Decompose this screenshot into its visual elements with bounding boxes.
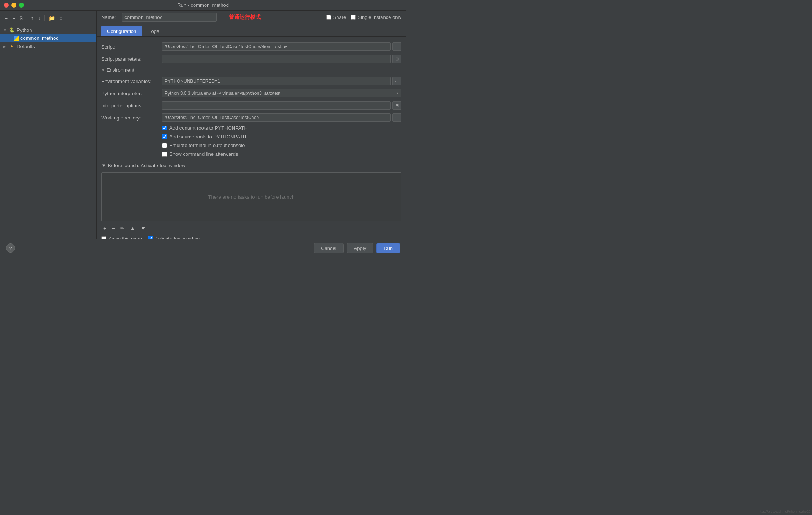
env-vars-row: Environment variables: ···: [97, 75, 406, 87]
annotation-chinese: 普通运行模式: [229, 14, 261, 20]
before-launch-header[interactable]: ▼ Before launch: Activate tool window: [97, 160, 406, 171]
show-page-label[interactable]: Show this page: [108, 236, 142, 239]
add-source-roots-row: Add source roots to PYTHONPATH: [97, 132, 406, 141]
window-title: Run - common_method: [177, 2, 229, 8]
toolbar-separator-2: [44, 15, 45, 21]
show-command-line-label[interactable]: Show command line afterwards: [169, 151, 238, 157]
share-label[interactable]: Share: [333, 14, 346, 20]
environment-section-header[interactable]: ▼ Environment: [97, 65, 406, 75]
script-params-browse-button[interactable]: ⊞: [392, 55, 401, 63]
share-checkbox[interactable]: [326, 15, 331, 20]
header-spacer: 普通运行模式: [221, 14, 321, 21]
interpreter-options-row: Interpreter options: ⊞: [97, 99, 406, 111]
launch-move-up-button[interactable]: ▲: [128, 225, 137, 232]
launch-edit-button[interactable]: ✏: [118, 225, 126, 232]
working-directory-browse-button[interactable]: ···: [392, 113, 401, 122]
activate-tool-label[interactable]: Activate tool window: [155, 236, 200, 239]
title-bar: Run - common_method: [0, 0, 406, 11]
tree-item-python-group[interactable]: ▼ 🐍 Python: [0, 26, 96, 34]
single-instance-label[interactable]: Single instance only: [357, 14, 401, 20]
python-interpreter-value: Python 3.6.3 virtualenv at ~/.virtualenv…: [162, 89, 401, 97]
script-params-row: Script parameters: ⊞: [97, 53, 406, 65]
share-checkbox-group: Share: [326, 14, 346, 20]
working-directory-value: ···: [162, 113, 401, 122]
emulate-terminal-checkbox[interactable]: [162, 143, 167, 148]
script-label: Script:: [101, 44, 162, 50]
script-row: Script: ···: [97, 41, 406, 53]
env-vars-browse-button[interactable]: ···: [392, 77, 401, 85]
interpreter-options-value: ⊞: [162, 101, 401, 110]
python-group-arrow: ▼: [3, 28, 8, 32]
launch-move-down-button[interactable]: ▼: [138, 225, 148, 232]
single-instance-checkbox-group: Single instance only: [351, 14, 401, 20]
python-interpreter-label: Python interpreter:: [101, 91, 162, 96]
show-page-group: Show this page: [101, 236, 142, 239]
before-launch-arrow-icon: ▼: [101, 163, 106, 168]
name-label: Name:: [101, 14, 116, 20]
bottom-options: Show this page Activate tool window: [97, 234, 406, 239]
remove-config-button[interactable]: −: [11, 14, 17, 22]
apply-button[interactable]: Apply: [347, 243, 374, 253]
before-launch-section: ▼ Before launch: Activate tool window Th…: [97, 160, 406, 234]
script-input[interactable]: [162, 42, 391, 51]
maximize-button[interactable]: [19, 3, 24, 8]
run-config-tree: ▼ 🐍 Python common_method ▶ ✦ Defaults: [0, 24, 96, 52]
config-tabs: Configuration Logs: [97, 24, 406, 37]
config-content: Script: ··· Script parameters: ⊞: [97, 37, 406, 239]
tab-configuration[interactable]: Configuration: [101, 26, 142, 36]
show-command-line-checkbox[interactable]: [162, 152, 167, 157]
config-name-input[interactable]: [122, 13, 217, 22]
move-down-button[interactable]: ↓: [36, 14, 42, 22]
run-button[interactable]: Run: [376, 243, 400, 253]
add-source-roots-label[interactable]: Add source roots to PYTHONPATH: [169, 134, 246, 140]
move-up-button[interactable]: ↑: [29, 14, 35, 22]
launch-tasks-box: There are no tasks to run before launch: [101, 172, 401, 221]
launch-remove-button[interactable]: −: [110, 225, 116, 232]
single-instance-checkbox[interactable]: [351, 15, 356, 20]
script-params-label: Script parameters:: [101, 56, 162, 62]
python-folder-icon: 🐍: [8, 27, 15, 33]
working-directory-input[interactable]: [162, 113, 391, 122]
emulate-terminal-row: Emulate terminal in output console: [97, 141, 406, 150]
python-interpreter-select[interactable]: Python 3.6.3 virtualenv at ~/.virtualenv…: [162, 89, 401, 97]
tree-item-common-method[interactable]: common_method: [0, 34, 96, 42]
script-params-input[interactable]: [162, 55, 391, 63]
common-method-label: common_method: [20, 35, 58, 41]
emulate-terminal-label[interactable]: Emulate terminal in output console: [169, 143, 245, 148]
add-content-roots-checkbox[interactable]: [162, 126, 167, 130]
close-button[interactable]: [4, 3, 9, 8]
launch-empty-message: There are no tasks to run before launch: [208, 194, 295, 200]
script-params-value: ⊞: [162, 55, 401, 63]
show-command-line-row: Show command line afterwards: [97, 150, 406, 159]
config-header: Name: 普通运行模式 Share Single instance only: [97, 11, 406, 24]
env-vars-input[interactable]: [162, 77, 391, 85]
add-config-button[interactable]: +: [3, 14, 9, 22]
script-browse-button[interactable]: ···: [392, 42, 401, 51]
python-group-label: Python: [17, 27, 32, 33]
launch-add-button[interactable]: +: [101, 225, 108, 232]
minimize-button[interactable]: [11, 3, 16, 8]
cancel-button[interactable]: Cancel: [314, 243, 343, 253]
interpreter-options-input[interactable]: [162, 101, 391, 110]
tree-item-defaults-group[interactable]: ▶ ✦ Defaults: [0, 42, 96, 50]
bottom-bar: ? Cancel Apply Run: [0, 239, 406, 258]
copy-config-button[interactable]: ⎘: [18, 14, 24, 22]
python-interpreter-select-wrapper: Python 3.6.3 virtualenv at ~/.virtualenv…: [162, 89, 401, 97]
script-value: ···: [162, 42, 401, 51]
sort-button[interactable]: ↕: [58, 14, 64, 22]
add-source-roots-checkbox[interactable]: [162, 134, 167, 139]
defaults-group-label: Defaults: [17, 44, 35, 49]
left-toolbar: + − ⎘ ↑ ↓ 📁 ↕: [0, 12, 96, 24]
tab-logs[interactable]: Logs: [143, 26, 165, 36]
defaults-group-arrow: ▶: [3, 44, 8, 49]
window-controls: [4, 3, 24, 8]
help-button[interactable]: ?: [6, 243, 15, 253]
right-panel: Name: 普通运行模式 Share Single instance only …: [97, 11, 406, 239]
python-run-icon: [14, 36, 19, 41]
environment-section-title: Environment: [107, 67, 134, 73]
add-content-roots-label[interactable]: Add content roots to PYTHONPATH: [169, 125, 248, 131]
interpreter-options-browse-button[interactable]: ⊞: [392, 101, 401, 110]
env-vars-label: Environment variables:: [101, 79, 162, 84]
add-content-roots-row: Add content roots to PYTHONPATH: [97, 124, 406, 132]
folder-button[interactable]: 📁: [47, 14, 57, 22]
